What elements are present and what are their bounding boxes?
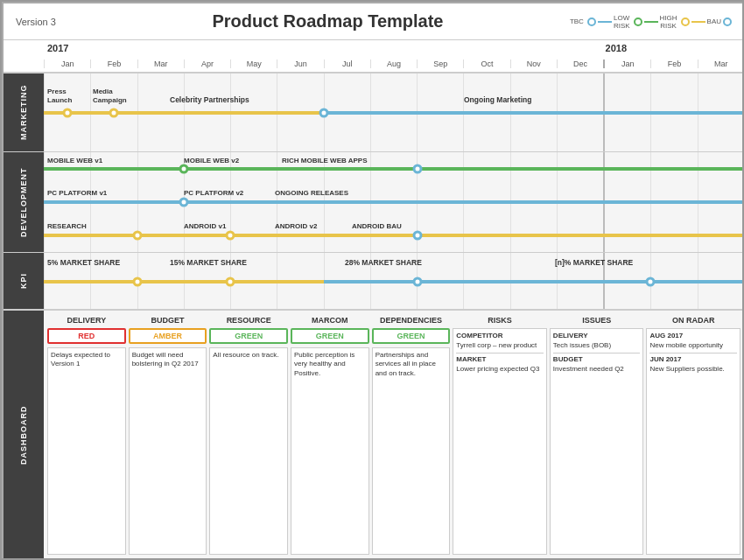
dashboard-marcom: MARCOM GREEN Public perception is very h… (291, 316, 369, 555)
dashboard-delivery: DELIVERY RED Delays expected to Version … (47, 316, 126, 555)
risk-low-dot (634, 18, 642, 26)
label-mobile-v1: MOBILE WEB v1 (47, 157, 102, 164)
timeline-header: 2017 2018 Jan Feb Mar Apr May Jun Jul Au… (44, 40, 744, 72)
issue-delivery-text: Tech issues (BOB) (553, 341, 641, 350)
budget-text: Budget will need bolstering in Q2 2017 (129, 347, 207, 555)
issue-budget-text: Investment needed Q2 (553, 365, 641, 374)
label-research: RESEARCH (47, 222, 87, 230)
delivery-header: DELIVERY (47, 316, 126, 325)
kpi-label: KPI (4, 253, 44, 309)
dependencies-status: GREEN (372, 328, 451, 344)
dev-pc-line (44, 200, 744, 204)
label-android-v2: ANDROID v2 (275, 222, 317, 230)
label-celebrity: Celebrity Partnerships (170, 95, 249, 104)
main-title: Product Roadmap Template (86, 11, 570, 32)
risk-legend: TBC LOWRISK HIGHRISK BAU (570, 14, 732, 30)
dev-android-line (44, 234, 744, 237)
mkt-line-2 (90, 111, 324, 115)
radar-aug-title: AUG 2017 (649, 332, 737, 340)
marcom-text: Public perception is very healthy and Po… (291, 347, 369, 555)
label-mobile-v2: MOBILE WEB v2 (184, 157, 239, 164)
development-label: DEVELOPMENT (4, 152, 44, 252)
risk-tbc: TBC (570, 18, 584, 25)
risks-header: RISKS (453, 316, 547, 325)
budget-status: AMBER (129, 328, 207, 344)
radar-divider (649, 353, 737, 354)
dot-android-bau (412, 230, 422, 240)
label-28pct: 28% MARKET SHARE (345, 258, 422, 267)
timeline-spacer (4, 40, 44, 72)
marketing-label: MARKETING (4, 74, 44, 151)
month-row: Jan Feb Mar Apr May Jun Jul Aug Sep Oct … (44, 55, 744, 72)
connector-low-high (644, 21, 658, 23)
kpi-line-blue (324, 280, 744, 284)
on-radar-header: ON RADAR (646, 316, 740, 325)
connector-tbc-low (598, 21, 612, 23)
marketing-section: MARKETING (4, 74, 744, 152)
label-rich-mobile: RICH MOBILE WEB APPS (282, 157, 367, 164)
risk-competitor-title: COMPETITOR (456, 332, 544, 340)
risk-competitor-text: Tyrrell corp – new product (456, 341, 544, 350)
issues-content: DELIVERY Tech issues (BOB) BUDGET Invest… (550, 328, 644, 555)
risk-market-text: Lower pricing expected Q3 (456, 365, 544, 374)
marketing-content: PressLaunch MediaCampaign Celebrity Part… (44, 74, 744, 151)
on-radar-content: AUG 2017 New mobile opportunity JUN 2017… (646, 328, 740, 555)
label-pc-v1: PC PLATFORM v1 (47, 189, 107, 197)
development-content: MOBILE WEB v1 MOBILE WEB v2 RICH MOBILE … (44, 152, 744, 252)
resource-text: All resource on track. (209, 347, 288, 555)
label-ongoing-marketing: Ongoing Marketing (464, 95, 531, 104)
issue-delivery-title: DELIVERY (553, 332, 641, 340)
risk-market-title: MARKET (456, 355, 544, 364)
dot-celebrity (319, 108, 329, 117)
kpi-content: 5% MARKET SHARE 15% MARKET SHARE 28% MAR… (44, 253, 744, 309)
radar-jun-title: JUN 2017 (649, 355, 737, 364)
marcom-status: GREEN (291, 328, 369, 344)
dot-28pct (412, 277, 422, 287)
issues-divider (553, 353, 641, 354)
risks-content: COMPETITOR Tyrrell corp – new product MA… (453, 328, 547, 555)
label-media-campaign: MediaCampaign (93, 88, 127, 104)
dot-rich-mobile (412, 164, 422, 174)
label-android-bau: ANDROID BAU (352, 222, 402, 230)
resource-status: GREEN (209, 328, 288, 344)
label-press-launch: PressLaunch (47, 88, 72, 104)
dot-android-v2 (226, 230, 235, 240)
kpi-line-gold (44, 280, 324, 284)
dashboard-budget: BUDGET AMBER Budget will need bolstering… (129, 316, 207, 555)
delivery-status: RED (47, 328, 126, 344)
label-15pct: 15% MARKET SHARE (170, 258, 247, 267)
year-2018: 2018 (602, 43, 744, 53)
dashboard-content: DELIVERY RED Delays expected to Version … (44, 311, 744, 560)
issues-header: ISSUES (550, 316, 644, 325)
label-pc-v2: PC PLATFORM v2 (184, 189, 243, 197)
version-label: Version 3 (16, 17, 86, 27)
dot-press-launch (62, 108, 72, 117)
dashboard-risks: RISKS COMPETITOR Tyrrell corp – new prod… (453, 316, 547, 555)
dependencies-text: Partnerships and services all in place a… (372, 347, 451, 555)
risks-divider (456, 353, 544, 354)
dot-android-research (132, 230, 142, 240)
dot-pc-v2 (179, 198, 189, 207)
connector-high-bau (691, 21, 705, 23)
risk-bau-dot (723, 18, 732, 26)
radar-aug-text: New mobile opportunity (649, 341, 737, 350)
label-android-v1: ANDROID v1 (184, 222, 226, 230)
header: Version 3 Product Roadmap Template TBC L… (4, 4, 744, 40)
budget-header: BUDGET (129, 316, 207, 325)
marcom-header: MARCOM (291, 316, 369, 325)
dev-mobile-line (44, 167, 744, 171)
dot-npct (646, 277, 656, 287)
risk-tbc-dot (587, 18, 596, 26)
dashboard-on-radar: ON RADAR AUG 2017 New mobile opportunity… (646, 316, 740, 555)
mkt-line-3 (324, 111, 744, 115)
dashboard-label: DASHBOARD (4, 311, 44, 560)
label-5pct: 5% MARKET SHARE (47, 258, 120, 267)
dashboard-resource: RESOURCE GREEN All resource on track. (209, 316, 288, 555)
dot-mobile-v2 (179, 164, 189, 174)
year-2017: 2017 (44, 43, 602, 53)
development-section: DEVELOPMENT (4, 152, 744, 253)
dot-5pct (132, 277, 142, 287)
risk-high-dot (681, 18, 690, 26)
dot-media-campaign (109, 108, 119, 117)
label-npct: [n]% MARKET SHARE (555, 258, 633, 267)
